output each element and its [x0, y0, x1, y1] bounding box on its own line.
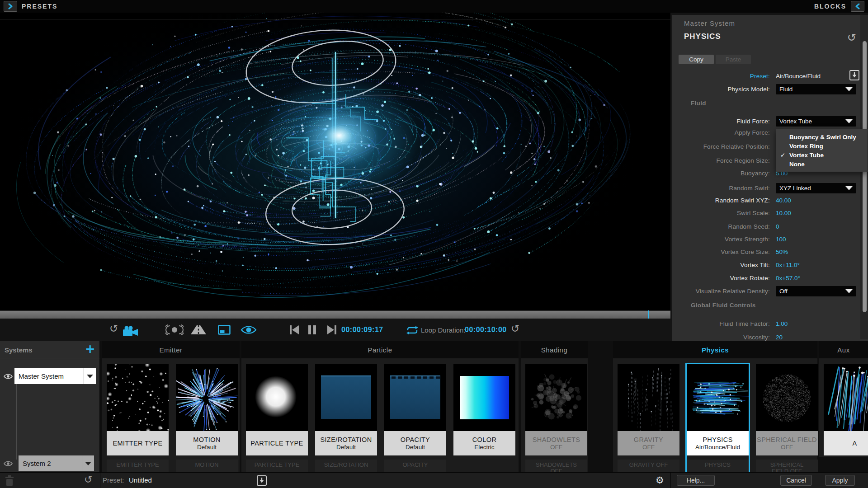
depth-of-field-road-icon[interactable]: [190, 324, 207, 336]
block-card-gravity[interactable]: GRAVITY OFF GRAVITY OFF: [616, 363, 681, 472]
group-header-emitter: Emitter: [102, 341, 240, 358]
system-dropdown[interactable]: [82, 455, 94, 471]
block-card-size-rotation[interactable]: SIZE/ROTATION Default SIZE/ROTATION: [314, 363, 378, 472]
blocks-strip: Emitter EMITTER TYPE EMITTER TYPE MOTION…: [100, 341, 868, 472]
vortex-tilt-label: Vortex Tilt:: [672, 262, 770, 268]
system-dropdown[interactable]: [84, 368, 96, 384]
visibility-eye-icon[interactable]: [241, 325, 257, 335]
skip-to-end-icon[interactable]: [326, 325, 337, 335]
menu-option-buoyancy-swirl-only[interactable]: Buoyancy & Swirl Only: [776, 132, 868, 141]
reset-loop-icon[interactable]: ↺: [511, 323, 519, 334]
save-preset-icon[interactable]: [849, 69, 860, 81]
random-seed-value[interactable]: 0: [776, 223, 779, 230]
help-button[interactable]: Help...: [677, 475, 715, 486]
reset-systems-icon[interactable]: ↺: [84, 474, 92, 485]
block-card-shadowlets[interactable]: SHADOWLETS OFF SHADOWLETS OFF: [524, 363, 589, 472]
card-title: PHYSICS: [703, 436, 732, 443]
menu-option-vortex-tube[interactable]: ✓ Vortex Tube: [776, 150, 868, 160]
fluid-time-factor-label: Fluid Time Factor:: [672, 320, 770, 327]
visibility-eye-icon[interactable]: [4, 460, 13, 467]
block-card-emitter-type[interactable]: EMITTER TYPE EMITTER TYPE: [105, 363, 170, 472]
panel-reset-icon[interactable]: ↺: [847, 31, 856, 44]
block-card-spherical-field[interactable]: SPHERICAL FIELD OFF SPHERICAL FIELD OFF: [755, 363, 819, 472]
physics-model-dropdown[interactable]: Fluid: [776, 84, 856, 94]
fluid-time-factor-value[interactable]: 1.00: [776, 320, 788, 327]
skip-to-start-icon[interactable]: [289, 325, 300, 335]
systems-panel: Systems + Master System System 2: [0, 341, 100, 472]
block-card-physics[interactable]: PHYSICS Air/Bounce/Fluid PHYSICS: [685, 363, 750, 472]
card-subtitle: Default: [406, 444, 425, 450]
presets-panel-toggle[interactable]: [4, 1, 17, 12]
ghost-label: SPHERICAL FIELD OFF: [756, 460, 818, 472]
bottom-bar: ↺ Preset: Untitled ⚙ Help... Cancel Appl…: [0, 472, 868, 488]
vortex-core-size-value[interactable]: 50%: [776, 249, 788, 255]
timeline-scrubber[interactable]: [0, 310, 670, 319]
preview-panel-icon[interactable]: [218, 325, 231, 335]
system-name-field[interactable]: System 2: [19, 455, 82, 471]
block-card-color[interactable]: COLOR Electric: [452, 363, 517, 472]
block-card-motion[interactable]: MOTION Default MOTION: [175, 363, 239, 472]
copy-button[interactable]: Copy: [679, 55, 714, 64]
visualize-relative-density-dropdown[interactable]: Off: [776, 286, 856, 296]
loop-duration-value[interactable]: 00:00:10:00: [465, 326, 507, 334]
menu-option-vortex-ring[interactable]: Vortex Ring: [776, 141, 868, 150]
group-physics: Physics GRAVITY OFF GRAVITY OFF PHYSICS …: [613, 341, 817, 472]
motion-blur-icon[interactable]: [165, 324, 184, 335]
card-subtitle: Electric: [474, 444, 494, 450]
bottom-preset-value[interactable]: Untitled: [129, 476, 152, 484]
blocks-panel-toggle[interactable]: [851, 1, 864, 12]
viscosity-value[interactable]: 20: [776, 334, 783, 341]
card-subtitle: Default: [336, 444, 356, 450]
vortex-tilt-value[interactable]: 0x+11.0°: [776, 262, 800, 268]
paste-button[interactable]: Paste: [716, 55, 751, 64]
block-card-opacity[interactable]: OPACITY Default OPACITY: [383, 363, 448, 472]
dropdown-arrow-icon: [845, 87, 853, 91]
card-subtitle: Default: [197, 444, 217, 450]
systems-title: Systems: [5, 346, 33, 354]
panel-system-name: Master System: [684, 19, 735, 27]
check-icon: ✓: [780, 151, 785, 159]
visualize-relative-density-value: Off: [779, 288, 788, 295]
card-subtitle: OFF: [550, 444, 562, 450]
visualize-relative-density-label: Visualize Relative Density:: [672, 288, 770, 295]
fluid-time-factor-row: Fluid Time Factor: 1.00: [672, 318, 868, 329]
group-header-particle: Particle: [241, 341, 519, 358]
viewport-top-edge: [0, 19, 670, 19]
card-title: SIZE/ROTATION: [320, 436, 372, 443]
random-swirl-xyz-row: Random Swirl XYZ: 40.00: [672, 195, 868, 206]
menu-option-none[interactable]: None: [776, 160, 868, 169]
card-title: SPHERICAL FIELD: [757, 436, 817, 443]
card-title: EMITTER TYPE: [113, 440, 162, 447]
delete-system-trash-icon[interactable]: [5, 475, 14, 487]
system-name-field[interactable]: Master System: [14, 368, 84, 384]
swirl-scale-row: Swirl Scale: 10.00: [672, 207, 868, 218]
add-system-button[interactable]: +: [85, 342, 95, 356]
swirl-scale-value[interactable]: 10.00: [776, 210, 791, 216]
preview-viewport[interactable]: [0, 13, 670, 310]
random-swirl-xyz-value[interactable]: 40.00: [776, 197, 791, 204]
option-label: Vortex Ring: [789, 143, 823, 150]
current-time[interactable]: 00:00:09:17: [341, 326, 383, 334]
settings-gear-icon[interactable]: ⚙: [656, 475, 664, 486]
block-card-aux[interactable]: A: [822, 363, 868, 457]
vortex-rotate-value[interactable]: 0x+57.0°: [776, 275, 800, 282]
dropdown-arrow-icon: [845, 289, 853, 293]
camera-icon[interactable]: [122, 325, 139, 337]
save-preset-icon[interactable]: [256, 474, 267, 487]
cancel-button[interactable]: Cancel: [780, 475, 812, 486]
fluid-force-dropdown[interactable]: Vortex Tube: [776, 116, 856, 127]
playhead[interactable]: [648, 310, 649, 319]
option-label: None: [789, 161, 805, 168]
vortex-strength-value[interactable]: 100: [776, 236, 786, 243]
dropdown-arrow-icon: [845, 186, 853, 190]
card-title: COLOR: [472, 436, 497, 443]
card-title: A: [852, 440, 857, 447]
reset-view-icon[interactable]: ↺: [109, 323, 118, 334]
random-swirl-dropdown[interactable]: XYZ Linked: [776, 183, 856, 193]
block-card-particle-type[interactable]: PARTICLE TYPE PARTICLE TYPE: [245, 363, 309, 472]
apply-button[interactable]: Apply: [825, 475, 855, 486]
preset-value[interactable]: Air/Bounce/Fluid: [776, 73, 821, 80]
loop-icon[interactable]: [406, 325, 419, 335]
pause-icon[interactable]: [308, 325, 317, 335]
visibility-eye-icon[interactable]: [4, 373, 13, 380]
